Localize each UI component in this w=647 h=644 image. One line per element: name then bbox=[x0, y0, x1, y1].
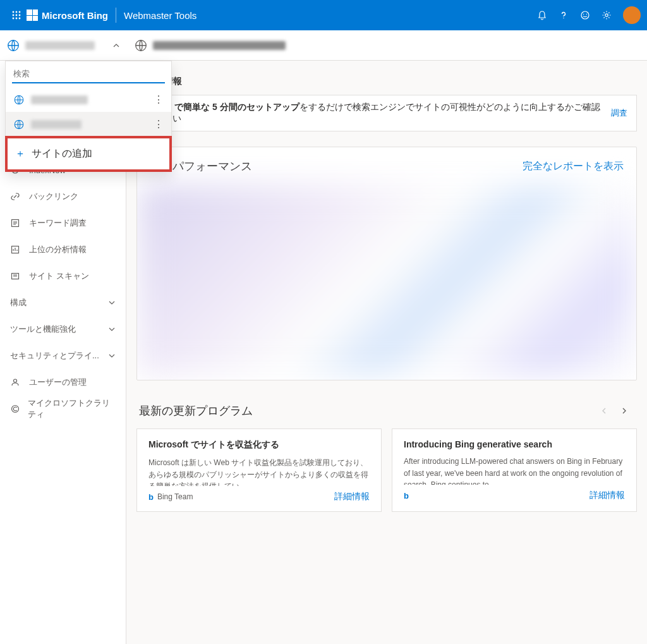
chevron-right-icon bbox=[620, 407, 628, 415]
svg-point-7 bbox=[16, 18, 18, 20]
card-author: b bbox=[404, 491, 413, 501]
bing-b-icon: b bbox=[148, 492, 154, 502]
plus-icon: ＋ bbox=[15, 147, 25, 161]
updates-cards: Microsoft でサイトを収益化する Microsoft は新しい Web … bbox=[136, 428, 637, 512]
svg-point-0 bbox=[13, 11, 15, 13]
chevron-up-icon bbox=[112, 42, 120, 49]
globe-icon bbox=[6, 39, 20, 52]
chevron-down-icon bbox=[108, 299, 116, 307]
user-icon bbox=[10, 377, 21, 387]
svg-point-8 bbox=[19, 18, 21, 20]
svg-point-10 bbox=[581, 11, 589, 19]
nav-section-label: ツールと機能強化 bbox=[10, 324, 76, 335]
site-selector-dropdown: ⋮ ⋮ ＋ サイトの追加 bbox=[5, 61, 172, 172]
brand-logo: Microsoft Bing bbox=[27, 9, 108, 21]
site-selector-toggle[interactable] bbox=[0, 30, 126, 60]
globe-icon bbox=[13, 94, 25, 106]
nav-backlink[interactable]: バックリンク bbox=[0, 183, 126, 210]
global-header: Microsoft Bing Webmaster Tools bbox=[0, 0, 647, 30]
selected-site-label bbox=[25, 41, 95, 50]
indexnow-banner: ...Now で簡単な 5 分間のセットアップをするだけで検索エンジンでサイトの… bbox=[136, 95, 637, 131]
updates-title: 最新の更新プログラム bbox=[139, 403, 594, 418]
svg-point-9 bbox=[563, 18, 564, 18]
nav-label: 上位の分析情報 bbox=[29, 244, 87, 255]
nav-section-config[interactable]: 構成 bbox=[0, 289, 126, 316]
scan-icon bbox=[10, 271, 21, 281]
help-icon[interactable] bbox=[553, 5, 574, 25]
svg-point-12 bbox=[586, 14, 587, 15]
globe-icon bbox=[134, 39, 148, 52]
svg-point-5 bbox=[19, 15, 21, 16]
nav-section-label: 構成 bbox=[10, 297, 27, 308]
dropdown-search-input[interactable] bbox=[12, 65, 165, 83]
search-performance-panel: 検索パフォーマンス 完全なレポートを表示 bbox=[136, 147, 637, 380]
brand-name: Microsoft Bing bbox=[42, 10, 108, 21]
card-author: b Bing Team bbox=[148, 492, 193, 502]
dropdown-site-more[interactable]: ⋮ bbox=[154, 118, 164, 130]
nav-section-security[interactable]: セキュリティとプライ... bbox=[0, 343, 126, 369]
dropdown-site-more[interactable]: ⋮ bbox=[154, 94, 164, 106]
nav-label: ユーザーの管理 bbox=[29, 377, 87, 388]
performance-chart-placeholder bbox=[140, 185, 634, 375]
nav-topinsight[interactable]: 上位の分析情報 bbox=[0, 236, 126, 263]
chevron-left-icon bbox=[600, 407, 608, 415]
site-url-display bbox=[126, 30, 647, 60]
updates-section-header: 最新の更新プログラム bbox=[136, 380, 637, 428]
insight-icon bbox=[10, 245, 21, 255]
svg-point-13 bbox=[605, 14, 608, 16]
nav-users[interactable]: ユーザーの管理 bbox=[0, 369, 126, 396]
nav-section-tools[interactable]: ツールと機能強化 bbox=[0, 316, 126, 343]
notification-icon[interactable] bbox=[532, 5, 552, 25]
dropdown-site-item[interactable]: ⋮ bbox=[6, 87, 171, 112]
globe-icon bbox=[13, 119, 25, 130]
svg-point-6 bbox=[13, 18, 15, 20]
card-details-link[interactable]: 詳細情報 bbox=[590, 490, 625, 501]
avatar[interactable] bbox=[623, 6, 641, 24]
nav-keyword[interactable]: キーワード調査 bbox=[0, 210, 126, 236]
nav-clarity[interactable]: マイクロソフトクラリティ bbox=[0, 396, 126, 422]
main-content: ...分析情報 ...Now で簡単な 5 分間のセットアップをするだけで検索エ… bbox=[126, 61, 647, 644]
add-site-button[interactable]: ＋ サイトの追加 bbox=[5, 136, 172, 172]
dropdown-site-item[interactable]: ⋮ bbox=[6, 112, 171, 137]
add-site-label: サイトの追加 bbox=[32, 147, 92, 161]
feedback-icon[interactable] bbox=[575, 5, 595, 25]
svg-point-3 bbox=[13, 15, 15, 16]
bing-b-icon: b bbox=[404, 491, 409, 501]
svg-point-11 bbox=[583, 14, 584, 15]
nav-label: マイクロソフトクラリティ bbox=[28, 398, 116, 420]
waffle-icon[interactable] bbox=[6, 5, 27, 25]
update-card[interactable]: Introducing Bing generative search After… bbox=[392, 428, 637, 512]
updates-next[interactable] bbox=[614, 401, 634, 421]
microsoft-logo-icon bbox=[27, 9, 38, 21]
card-title: Microsoft でサイトを収益化する bbox=[148, 439, 370, 451]
nav-section-label: セキュリティとプライ... bbox=[10, 350, 99, 361]
site-selector-bar bbox=[0, 30, 647, 61]
brand-divider bbox=[116, 8, 116, 23]
update-card[interactable]: Microsoft でサイトを収益化する Microsoft は新しい Web … bbox=[136, 428, 382, 512]
nav-label: キーワード調査 bbox=[29, 217, 87, 229]
svg-point-4 bbox=[16, 15, 18, 16]
dropdown-site-label bbox=[31, 120, 82, 129]
nav-label: バックリンク bbox=[29, 191, 78, 202]
card-title: Introducing Bing generative search bbox=[404, 439, 625, 449]
settings-icon[interactable] bbox=[596, 5, 617, 25]
site-url-text bbox=[153, 41, 286, 50]
chevron-down-icon bbox=[108, 325, 116, 333]
keyword-icon bbox=[10, 218, 21, 228]
svg-point-25 bbox=[12, 406, 19, 413]
clarity-icon bbox=[10, 404, 20, 414]
svg-point-1 bbox=[16, 11, 18, 13]
updates-prev[interactable] bbox=[594, 401, 614, 421]
card-desc: Microsoft は新しい Web サイト収益化製品を試験運用しており、あらゆ… bbox=[148, 457, 370, 486]
card-details-link[interactable]: 詳細情報 bbox=[334, 491, 370, 502]
panel-full-report-link[interactable]: 完全なレポートを表示 bbox=[523, 160, 624, 173]
dropdown-site-label bbox=[31, 95, 88, 104]
card-desc: After introducing LLM-powered chat answe… bbox=[404, 456, 625, 485]
chevron-down-icon bbox=[108, 352, 116, 360]
card-author-name: Bing Team bbox=[157, 492, 193, 501]
banner-cta[interactable]: 調査 bbox=[606, 107, 627, 119]
dropdown-search-wrap bbox=[6, 61, 171, 87]
svg-point-2 bbox=[19, 11, 21, 13]
backlink-icon bbox=[10, 191, 21, 202]
nav-scan[interactable]: サイト スキャン bbox=[0, 263, 126, 289]
